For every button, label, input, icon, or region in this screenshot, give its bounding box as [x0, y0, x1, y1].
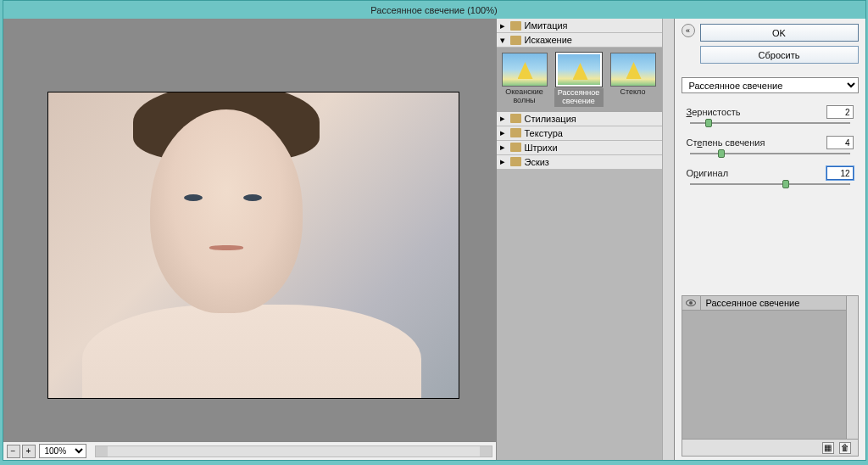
- glow-row: Степень свечения: [687, 136, 854, 154]
- graininess-value[interactable]: [826, 105, 854, 119]
- category-label: Искажение: [525, 35, 572, 45]
- thumb-image: [502, 53, 548, 87]
- zoom-in-button[interactable]: +: [22, 445, 36, 458]
- preview-pane: − + 100%: [3, 19, 497, 460]
- slider-thumb[interactable]: [718, 149, 725, 158]
- window-title: Рассеянное свечение (100%): [370, 5, 497, 15]
- layers-footer: ▦ 🗑: [682, 439, 858, 456]
- graininess-row: Зернистость: [687, 105, 854, 124]
- thumb-glass[interactable]: Стекло: [609, 53, 658, 107]
- preview-canvas[interactable]: [3, 19, 496, 441]
- category-brush-strokes[interactable]: ▸ Штрихи: [497, 141, 662, 155]
- graininess-slider[interactable]: [690, 122, 850, 124]
- filter-scrollbar[interactable]: [662, 19, 674, 460]
- chevron-right-icon: ▸: [500, 20, 507, 31]
- folder-icon: [510, 36, 521, 45]
- folder-icon: [510, 128, 521, 137]
- chevron-down-icon: ▾: [500, 35, 507, 46]
- layers-scrollbar[interactable]: [846, 296, 858, 439]
- filter-gallery-window: Рассеянное свечение (100%) − + 100%: [3, 0, 866, 461]
- thumb-image: [610, 53, 656, 87]
- clear-label: Оригинал: [687, 168, 729, 178]
- controls-top: « OK Сбросить: [682, 24, 859, 64]
- delete-effect-layer-button[interactable]: 🗑: [839, 442, 851, 454]
- graininess-label: Зернистость: [687, 107, 741, 117]
- zoom-out-button[interactable]: −: [7, 445, 20, 458]
- slider-group: Зернистость Степень свечения: [682, 105, 859, 197]
- clear-slider[interactable]: [690, 183, 850, 185]
- thumb-label: Океанские волны: [500, 88, 549, 105]
- glow-label: Степень свечения: [687, 137, 765, 148]
- category-label: Текстура: [525, 128, 563, 138]
- distort-thumbs: Океанские волны Рассеянное свечение Стек…: [497, 48, 662, 112]
- filter-list: ▸ Имитация ▾ Искажение Океанские волны: [497, 19, 662, 460]
- chevron-right-icon: ▸: [500, 113, 507, 124]
- thumb-ocean-ripple[interactable]: Океанские волны: [500, 53, 549, 107]
- content-area: − + 100% ▸ Имитация ▾: [3, 19, 865, 460]
- category-imitation[interactable]: ▸ Имитация: [497, 19, 662, 33]
- titlebar: Рассеянное свечение (100%): [3, 1, 865, 19]
- visibility-toggle[interactable]: [682, 296, 701, 310]
- category-label: Стилизация: [525, 114, 576, 124]
- category-texture[interactable]: ▸ Текстура: [497, 126, 662, 141]
- new-effect-layer-button[interactable]: ▦: [822, 442, 834, 454]
- collapse-button[interactable]: «: [682, 24, 695, 37]
- category-stylize[interactable]: ▸ Стилизация: [497, 112, 662, 126]
- horizontal-scrollbar[interactable]: [95, 445, 492, 457]
- folder-icon: [510, 21, 521, 31]
- reset-button[interactable]: Сбросить: [700, 46, 859, 64]
- category-sketch[interactable]: ▸ Эскиз: [497, 155, 662, 170]
- slider-thumb[interactable]: [782, 180, 789, 188]
- effect-layer-row[interactable]: Рассеянное свечение: [682, 296, 846, 311]
- category-label: Имитация: [525, 20, 568, 31]
- chevron-right-icon: ▸: [500, 142, 507, 153]
- effect-layers: Рассеянное свечение ▦ 🗑: [682, 295, 859, 457]
- thumb-image: [556, 53, 602, 87]
- folder-icon: [510, 143, 521, 152]
- glow-value[interactable]: [826, 136, 854, 149]
- clear-row: Оригинал: [687, 166, 854, 185]
- glow-slider[interactable]: [690, 153, 850, 154]
- folder-icon: [510, 114, 521, 123]
- preview-image: [47, 92, 459, 399]
- thumb-label: Стекло: [620, 88, 646, 97]
- preview-toolbar: − + 100%: [3, 441, 496, 460]
- folder-icon: [510, 157, 521, 166]
- category-distort[interactable]: ▾ Искажение: [497, 33, 662, 48]
- clear-value[interactable]: [826, 166, 854, 180]
- effect-layers-body: [682, 311, 846, 439]
- category-label: Эскиз: [525, 157, 549, 167]
- ok-button[interactable]: OK: [700, 24, 859, 42]
- zoom-select[interactable]: 100%: [39, 444, 86, 458]
- thumb-diffuse-glow[interactable]: Рассеянное свечение: [554, 53, 604, 107]
- controls-pane: « OK Сбросить Рассеянное свечение Зернис…: [675, 19, 865, 460]
- chevron-right-icon: ▸: [500, 127, 507, 138]
- slider-thumb[interactable]: [705, 119, 712, 127]
- filter-dropdown[interactable]: Рассеянное свечение: [682, 77, 859, 93]
- effect-layer-name: Рассеянное свечение: [701, 296, 846, 310]
- filter-browser: ▸ Имитация ▾ Искажение Океанские волны: [497, 19, 675, 460]
- chevron-right-icon: ▸: [500, 156, 507, 167]
- thumb-label: Рассеянное свечение: [554, 88, 604, 107]
- eye-icon: [686, 300, 696, 306]
- category-label: Штрихи: [525, 143, 558, 153]
